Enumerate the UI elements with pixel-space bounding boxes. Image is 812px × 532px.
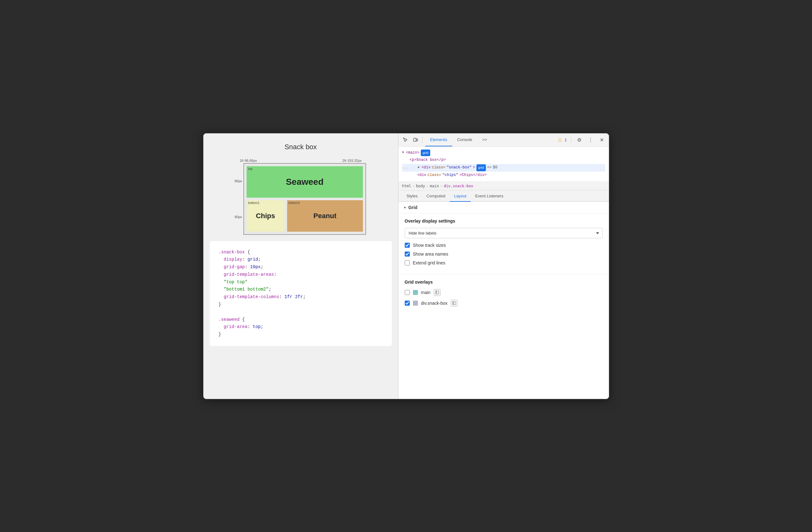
overlay-snackbox-icon-btn[interactable] bbox=[451, 300, 458, 307]
toolbar-divider bbox=[422, 137, 423, 143]
dom-ellipsis: ... bbox=[402, 164, 409, 171]
code-prop-display: display bbox=[223, 257, 242, 262]
overlay-settings: Overlay display settings Hide line label… bbox=[398, 213, 609, 275]
breadcrumb-body[interactable]: body bbox=[416, 184, 425, 188]
grid-section-header[interactable]: ▼ Grid bbox=[398, 202, 609, 213]
dom-tag-close: > bbox=[473, 164, 475, 171]
show-area-names-row: Show area names bbox=[405, 252, 603, 256]
grid-visualization: 1fr·96.66px 2fr·193.32px 80px 80px top S… bbox=[235, 159, 367, 235]
grid-badge-div: grid bbox=[476, 164, 486, 171]
dom-attr-class: class= bbox=[432, 164, 445, 171]
grid-viz-wrapper: 80px 80px top Seaweed bottom1 Chips bott… bbox=[235, 163, 367, 235]
more-options-button[interactable]: ⋮ bbox=[586, 135, 595, 144]
dom-tag-main: <main> bbox=[406, 150, 420, 156]
dom-attr-value-chips: "chips" bbox=[443, 172, 458, 179]
triangle-main: ▼ bbox=[402, 150, 404, 155]
line-labels-dropdown[interactable]: Hide line labels Show line numbers Show … bbox=[405, 228, 603, 238]
toolbar-right: ⚠ 1 ⚙ ⋮ ✕ bbox=[557, 135, 606, 144]
dom-dollar: $0 bbox=[493, 164, 497, 171]
dom-line-snackbox[interactable]: ... ▼ <div class= "snack-box" > grid == … bbox=[402, 164, 605, 171]
extend-grid-lines-row: Extend grid lines bbox=[405, 260, 603, 265]
svg-rect-4 bbox=[452, 302, 456, 305]
dom-tree: ▼ <main> grid <p>Snack box</p> ... ▼ <di… bbox=[398, 147, 609, 182]
area-label-bottom1: bottom1 bbox=[248, 201, 259, 205]
code-block: .snack-box { display: grid; grid-gap: 10… bbox=[210, 241, 392, 346]
overlay-snackbox-checkbox[interactable] bbox=[405, 300, 410, 306]
grid-overlays-title: Grid overlays bbox=[405, 280, 603, 284]
warning-count: 1 bbox=[565, 138, 567, 142]
show-track-sizes-row: Show track sizes bbox=[405, 243, 603, 248]
dom-tag-chips: <div bbox=[417, 172, 426, 179]
show-track-sizes-checkbox[interactable] bbox=[405, 243, 410, 248]
grid-section-label: Grid bbox=[408, 205, 417, 210]
close-button[interactable]: ✕ bbox=[597, 135, 606, 144]
dom-attr-value-snackbox: "snack-box" bbox=[447, 164, 472, 171]
overlay-snackbox-label: div.snack-box bbox=[421, 300, 448, 306]
inspect-element-button[interactable] bbox=[401, 135, 410, 144]
tab-styles[interactable]: Styles bbox=[402, 191, 422, 202]
page-title: Snack box bbox=[285, 143, 317, 151]
svg-rect-0 bbox=[414, 138, 416, 141]
code-val-grid: grid bbox=[247, 257, 258, 262]
area-label-bottom2: bottom2 bbox=[289, 201, 300, 205]
overlay-snackbox-swatch[interactable] bbox=[413, 300, 418, 306]
grid-display: top Seaweed bottom1 Chips bottom2 Peanut bbox=[243, 163, 366, 235]
extend-grid-lines-checkbox[interactable] bbox=[405, 260, 410, 265]
breadcrumb-snackbox[interactable]: div.snack-box bbox=[444, 184, 473, 188]
code-val-area: top bbox=[253, 324, 261, 329]
tab-computed[interactable]: Computed bbox=[422, 191, 450, 202]
extend-grid-lines-label: Extend grid lines bbox=[413, 260, 446, 265]
devtools-panel: Elements Console >> ⚠ 1 ⚙ ⋮ ✕ ▼ <main> g… bbox=[398, 134, 609, 399]
code-prop-gridarea: grid-area bbox=[223, 324, 247, 329]
device-toolbar-button[interactable] bbox=[411, 135, 420, 144]
overlay-main-label: main bbox=[421, 290, 431, 295]
tab-console[interactable]: Console bbox=[452, 134, 477, 147]
code-selector-snackbox: .snack-box bbox=[219, 250, 245, 255]
col2-label: 2fr·193.32px bbox=[343, 159, 362, 163]
grid-overlays-section: Grid overlays main div.snack- bbox=[398, 275, 609, 316]
show-area-names-checkbox[interactable] bbox=[405, 252, 410, 256]
grid-cell-seaweed: top Seaweed bbox=[247, 166, 363, 198]
breadcrumb-html[interactable]: html bbox=[402, 184, 411, 188]
dom-tag-div: <div bbox=[421, 164, 431, 171]
overlay-snackbox-row: div.snack-box bbox=[405, 300, 603, 307]
left-panel: Snack box 1fr·96.66px 2fr·193.32px 80px … bbox=[203, 134, 398, 399]
dom-equals: == bbox=[487, 164, 492, 171]
dom-line-main[interactable]: ▼ <main> grid bbox=[402, 149, 605, 157]
grid-cell-peanut: bottom2 Peanut bbox=[287, 200, 363, 232]
grid-badge-main: grid bbox=[421, 150, 430, 156]
breadcrumb: html › body › main › div.snack-box bbox=[398, 182, 609, 191]
grid-section-triangle: ▼ bbox=[404, 206, 407, 209]
devtools-top-tabs: Elements Console >> bbox=[425, 134, 557, 147]
tab-elements[interactable]: Elements bbox=[425, 134, 452, 147]
cell-chips-text: Chips bbox=[256, 212, 275, 220]
row1-label: 80px bbox=[235, 179, 242, 183]
tab-event-listeners[interactable]: Event Listeners bbox=[471, 191, 508, 202]
overlay-main-icon-btn[interactable] bbox=[434, 289, 440, 296]
code-str-top: "top top" bbox=[223, 280, 247, 284]
dom-line-p[interactable]: <p>Snack box</p> bbox=[402, 156, 605, 164]
settings-button[interactable]: ⚙ bbox=[575, 135, 584, 144]
breadcrumb-main[interactable]: main bbox=[430, 184, 439, 188]
overlay-main-row: main bbox=[405, 289, 603, 296]
overlay-main-swatch[interactable] bbox=[413, 290, 418, 295]
browser-window: Snack box 1fr·96.66px 2fr·193.32px 80px … bbox=[203, 133, 609, 399]
code-val-gap: 10px bbox=[250, 264, 261, 269]
dom-line-chips[interactable]: <div class= "chips" >Chips</div> bbox=[402, 171, 605, 179]
code-prop-areas: grid-template-areas bbox=[223, 272, 274, 277]
overlay-main-checkbox[interactable] bbox=[405, 290, 410, 295]
cell-seaweed-text: Seaweed bbox=[286, 177, 323, 187]
grid-cell-chips: bottom1 Chips bbox=[247, 200, 285, 232]
code-prop-cols: grid-template-columns bbox=[223, 294, 279, 299]
triangle-div: ▼ bbox=[418, 165, 420, 171]
overlay-settings-title: Overlay display settings bbox=[405, 219, 603, 224]
tab-layout[interactable]: Layout bbox=[450, 191, 471, 202]
svg-rect-1 bbox=[416, 139, 418, 141]
row2-label: 80px bbox=[235, 215, 242, 219]
cell-peanut-text: Peanut bbox=[314, 212, 336, 220]
layout-panel: ▼ Grid Overlay display settings Hide lin… bbox=[398, 202, 609, 398]
devtools-toolbar: Elements Console >> ⚠ 1 ⚙ ⋮ ✕ bbox=[398, 134, 609, 147]
code-str-bottom: "bottom1 bottom2" bbox=[223, 287, 269, 292]
tab-more[interactable]: >> bbox=[477, 134, 492, 147]
dom-tag-p: <p>Snack box</p> bbox=[410, 157, 446, 164]
